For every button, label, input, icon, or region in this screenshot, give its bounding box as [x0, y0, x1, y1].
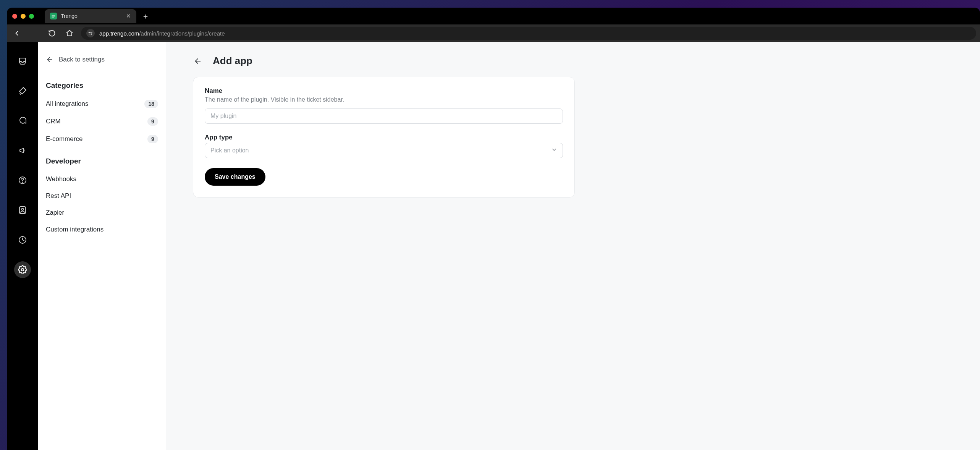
- rail-magic-icon[interactable]: [14, 83, 31, 99]
- app-type-select[interactable]: Pick an option: [205, 143, 563, 158]
- svg-point-8: [22, 209, 24, 210]
- browser-toolbar: app.trengo.com/admin/integrations/plugin…: [7, 24, 980, 42]
- dev-item-webhooks[interactable]: Webhooks: [46, 171, 158, 188]
- nav-home-button[interactable]: [63, 27, 76, 39]
- page-title: Add app: [213, 55, 252, 67]
- tab-favicon: [50, 13, 57, 19]
- category-all-integrations[interactable]: All integrations 18: [46, 95, 158, 113]
- categories-heading: Categories: [46, 81, 158, 90]
- rail-chat-icon[interactable]: [14, 112, 31, 129]
- name-label: Name: [205, 87, 563, 95]
- page-back-button[interactable]: [193, 56, 203, 66]
- dev-item-label: Rest API: [46, 192, 71, 199]
- rail-broadcast-icon[interactable]: [14, 142, 31, 159]
- save-button-label: Save changes: [215, 173, 256, 180]
- save-button[interactable]: Save changes: [205, 168, 265, 186]
- back-to-settings-link[interactable]: Back to settings: [46, 53, 158, 72]
- back-to-settings-label: Back to settings: [59, 56, 105, 63]
- dev-item-label: Webhooks: [46, 175, 76, 183]
- tab-strip: Trengo ✕ ＋: [7, 8, 980, 24]
- window-minimize-button[interactable]: [21, 14, 26, 19]
- app-type-placeholder: Pick an option: [210, 147, 249, 154]
- dev-item-label: Custom integrations: [46, 226, 103, 233]
- main-content: Add app Name The name of the plugin. Vis…: [166, 42, 980, 450]
- type-field-block: App type Pick an option: [205, 134, 563, 158]
- tab-close-icon[interactable]: ✕: [126, 13, 131, 19]
- svg-point-10: [21, 269, 24, 271]
- dev-item-label: Zapier: [46, 209, 64, 216]
- category-label: CRM: [46, 118, 61, 125]
- dev-item-zapier[interactable]: Zapier: [46, 204, 158, 221]
- tab-title: Trengo: [61, 13, 122, 19]
- svg-point-3: [91, 34, 92, 34]
- url-path: /admin/integrations/plugins/create: [139, 30, 225, 37]
- url-text: app.trengo.com/admin/integrations/plugin…: [99, 30, 225, 37]
- category-ecommerce[interactable]: E-commerce 9: [46, 130, 158, 148]
- window-maximize-button[interactable]: [29, 14, 34, 19]
- name-field-block: Name The name of the plugin. Visible in …: [205, 87, 563, 124]
- rail-settings-icon[interactable]: [14, 261, 31, 278]
- url-host: app.trengo.com: [99, 30, 139, 37]
- category-count-badge: 9: [147, 135, 158, 143]
- category-label: E-commerce: [46, 135, 82, 143]
- nav-back-button[interactable]: [11, 27, 23, 39]
- rail-help-icon[interactable]: [14, 172, 31, 189]
- category-count-badge: 9: [147, 117, 158, 126]
- svg-point-0: [89, 32, 89, 33]
- name-help-text: The name of the plugin. Visible in the t…: [205, 96, 563, 103]
- svg-point-6: [22, 182, 23, 182]
- name-input[interactable]: [205, 108, 563, 124]
- rail-history-icon[interactable]: [14, 231, 31, 248]
- rail-inbox-icon[interactable]: [14, 53, 31, 70]
- window-close-button[interactable]: [12, 14, 17, 19]
- dev-item-custom-integrations[interactable]: Custom integrations: [46, 221, 158, 238]
- nav-forward-button[interactable]: [28, 27, 40, 39]
- site-settings-icon[interactable]: [86, 29, 95, 37]
- window-controls: [12, 14, 34, 19]
- nav-reload-button[interactable]: [46, 27, 58, 39]
- developer-heading: Developer: [46, 157, 158, 165]
- settings-sidebar: Back to settings Categories All integrat…: [38, 42, 166, 450]
- app-viewport: Back to settings Categories All integrat…: [7, 42, 980, 450]
- app-rail: [7, 42, 38, 450]
- chevron-down-icon: [551, 147, 557, 154]
- arrow-left-icon: [46, 56, 53, 63]
- dev-item-rest-api[interactable]: Rest API: [46, 188, 158, 204]
- page-header: Add app: [193, 55, 957, 67]
- url-bar[interactable]: app.trengo.com/admin/integrations/plugin…: [81, 27, 976, 40]
- category-label: All integrations: [46, 100, 89, 108]
- browser-tab[interactable]: Trengo ✕: [45, 9, 136, 23]
- category-crm[interactable]: CRM 9: [46, 113, 158, 130]
- arrow-left-icon: [194, 57, 202, 65]
- rail-contacts-icon[interactable]: [14, 202, 31, 219]
- browser-window: Trengo ✕ ＋ app.trengo.com/admin/integrat…: [7, 8, 980, 450]
- category-count-badge: 18: [144, 100, 158, 108]
- new-tab-button[interactable]: ＋: [140, 11, 151, 21]
- form-card: Name The name of the plugin. Visible in …: [193, 77, 575, 197]
- type-label: App type: [205, 134, 563, 141]
